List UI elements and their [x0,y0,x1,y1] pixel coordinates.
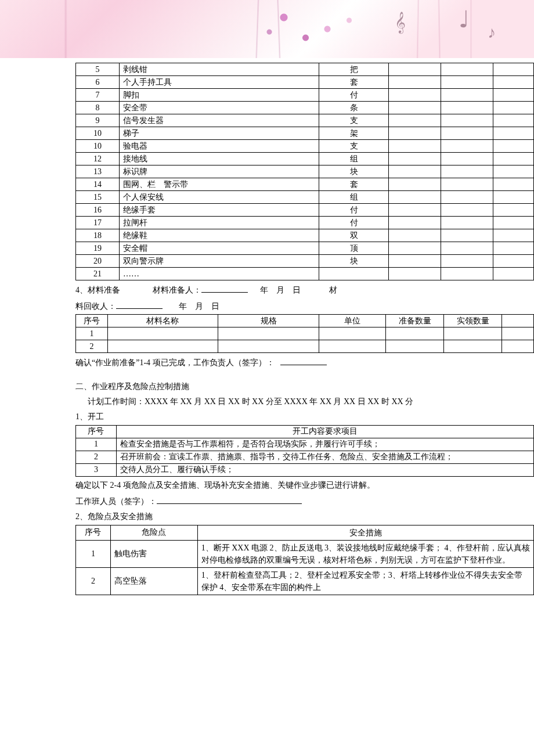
cell-unit: 双 [319,229,389,242]
preparer-blank [201,283,248,293]
team-sign-label: 工作班人员（签字）： [75,497,157,506]
date-label-2: 年 月 日 [179,302,219,311]
table-row: 1触电伤害1、断开 XXX 电源 2、防止反送电 3、装设接地线时应戴绝缘手套；… [76,540,534,567]
cell-blank [389,63,441,76]
cell-no: 2 [76,451,117,463]
cell-blank [493,140,534,153]
table-row: 17拉闸杆付 [76,217,534,229]
cell-no: 3 [76,463,117,476]
cell-extra [502,340,534,353]
table-row: 12接地线组 [76,153,534,165]
cell-unit: 架 [319,127,389,140]
table-row: 16绝缘手套付 [76,204,534,217]
cell-recv-qty [444,327,502,340]
date-label-1: 年 月 日 [260,286,301,294]
cell-unit: 付 [319,217,389,229]
cell-name [107,327,218,340]
cell-name: 接地线 [119,153,319,165]
materials-table: 序号 材料名称 规格 单位 准备数量 实领数量 12 [75,314,534,353]
cell-unit: 付 [319,204,389,217]
cell-unit: 块 [319,255,389,268]
cell-unit: 条 [319,102,389,114]
cell-name: 个人保安线 [119,191,319,204]
cell-blank [493,114,534,127]
cell-item: 召开班前会：宣读工作票、措施票、指导书，交待工作任务、危险点、安全措施及工作流程… [116,451,533,463]
cell-blank [493,217,534,229]
cell-blank [493,89,534,102]
cell-no: 19 [76,242,120,255]
cell-item: 交待人员分工、履行确认手续； [116,463,533,476]
cell-blank [441,229,493,242]
cell-point: 高空坠落 [110,567,197,595]
cell-blank [389,76,441,89]
risk-heading: 2、危险点及安全措施 [75,510,534,523]
cell-no: 6 [76,76,120,89]
cell-no: 17 [76,217,120,229]
confirm-kaigong-line1: 确定以下 2-4 项危险点及安全措施、现场补充安全措施、关键作业步骤已进行讲解。 [75,479,534,492]
cell-no: 16 [76,204,120,217]
cell-blank [441,89,493,102]
cell-no: 20 [76,255,120,268]
materials-heading: 4、材料准备 [75,286,120,294]
cell-unit [319,327,386,340]
cell-blank [441,268,493,280]
recycler-label: 料回收人： [75,302,116,311]
cell-unit: 付 [319,89,389,102]
cell-name: 绝缘鞋 [119,229,319,242]
cell-name: …… [119,268,319,280]
cell-no: 15 [76,191,120,204]
cell-blank [493,102,534,114]
table-row: 3交待人员分工、履行确认手续； [76,463,534,476]
team-sign-blank [157,494,302,504]
cell-name: 验电器 [119,140,319,153]
table-row: 2 [76,340,534,353]
risk-table: 序号 危险点 安全措施 1触电伤害1、断开 XXX 电源 2、防止反送电 3、装… [75,525,534,595]
cell-unit: 把 [319,63,389,76]
cell-name: 围网、栏 警示带 [119,178,319,191]
confirm-kaigong-line2: 工作班人员（签字）： [75,494,534,508]
cell-blank [493,178,534,191]
cell-blank [441,140,493,153]
cell-point: 触电伤害 [110,540,197,567]
cell-blank [493,153,534,165]
cell-name: 信号发生器 [119,114,319,127]
col-prep-qty: 准备数量 [386,315,444,327]
cell-name: 标识牌 [119,165,319,178]
cell-name: 双向警示牌 [119,255,319,268]
decorative-floral-header: 𝄞 ♩ ♪ [0,0,534,58]
table-row: 10验电器支 [76,140,534,153]
cell-no: 21 [76,268,120,280]
col-unit: 单位 [319,315,386,327]
cell-no: 12 [76,153,120,165]
table-row: 2高空坠落1、登杆前检查登高工具；2、登杆全过程系安全带；3、杆塔上转移作业位不… [76,567,534,595]
cell-name [107,340,218,353]
materials-heading-line: 4、材料准备 材料准备人： 年 月 日 材 [75,283,534,297]
cell-unit: 支 [319,114,389,127]
cell-blank [441,178,493,191]
cell-blank [441,114,493,127]
table-row: 18绝缘鞋双 [76,229,534,242]
cell-blank [493,204,534,217]
col-no: 序号 [76,425,117,438]
cell-blank [493,268,534,280]
col-name: 材料名称 [107,315,218,327]
cell-blank [441,127,493,140]
plan-time: 计划工作时间：XXXX 年 XX 月 XX 日 XX 时 XX 分至 XXXX … [75,395,534,408]
col-no: 序号 [76,525,111,540]
kaigong-table: 序号 开工内容要求项目 1检查安全措施是否与工作票相符，是否符合现场实际，并履行… [75,425,534,477]
cell-blank [441,204,493,217]
table-row: 15个人保安线组 [76,191,534,204]
table-row: 6个人手持工具套 [76,76,534,89]
cell-no: 18 [76,229,120,242]
confirm-prep-text: 确认“作业前准备”1-4 项已完成，工作负责人（签字）： [75,358,275,367]
col-no: 序号 [76,315,108,327]
cell-blank [389,114,441,127]
cell-blank [441,217,493,229]
table-row: 1检查安全措施是否与工作票相符，是否符合现场实际，并履行许可手续； [76,438,534,451]
cell-blank [389,153,441,165]
table-row: 14围网、栏 警示带套 [76,178,534,191]
music-note-icon: 𝄞 [395,12,406,33]
cell-blank [441,63,493,76]
confirm-prep-blank [280,355,327,365]
table-row: 21…… [76,268,534,280]
